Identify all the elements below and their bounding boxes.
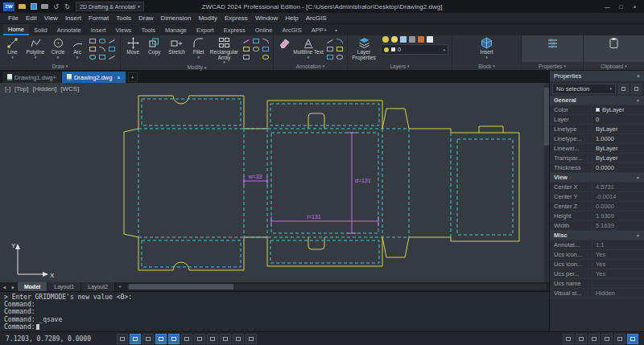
viewport-menu-control[interactable]: [-] xyxy=(5,85,10,92)
properties-palette-header[interactable]: Properties × xyxy=(550,71,644,81)
quick-select-button[interactable] xyxy=(618,84,629,94)
polyline-button[interactable]: Polyline ▾ xyxy=(23,36,47,60)
property-row-ucs-per-viewport[interactable]: Ucs per... Yes xyxy=(550,269,644,279)
undo-button[interactable]: ↺ xyxy=(52,2,60,11)
property-row-annotation-scale[interactable]: Annotat... 1:1 xyxy=(550,240,644,250)
tab-export[interactable]: Export xyxy=(192,24,219,35)
print-button[interactable] xyxy=(40,2,49,11)
section-misc[interactable]: Misc▼ xyxy=(550,231,644,240)
tab-views[interactable]: Views xyxy=(111,24,137,35)
new-tab-button[interactable]: + xyxy=(128,72,138,82)
horizontal-scrollbar-thumb[interactable] xyxy=(129,284,233,290)
lineweight-toggle[interactable] xyxy=(220,334,231,344)
dynamic-ucs-toggle[interactable] xyxy=(194,334,205,344)
eraser-button[interactable] xyxy=(275,36,293,49)
ray-tool-icon[interactable] xyxy=(108,54,116,60)
tab-drawing2[interactable]: Drawing2.dwg × xyxy=(62,72,126,83)
select-objects-button[interactable] xyxy=(631,84,642,94)
xline-tool-icon[interactable] xyxy=(108,38,116,44)
ribbon-minimize-icon[interactable]: ▾ xyxy=(335,24,337,35)
zwcad-logo[interactable]: ZW xyxy=(3,2,14,11)
properties-tool-button[interactable] xyxy=(540,36,564,49)
multiline-text-button[interactable]: Multiline Text ▾ xyxy=(293,36,324,60)
offset-tool-icon[interactable] xyxy=(242,46,250,52)
osnap-toggle[interactable] xyxy=(168,334,180,344)
tab-insert[interactable]: Insert xyxy=(86,24,111,35)
autoscale-toggle[interactable] xyxy=(588,334,600,344)
draw-panel-label[interactable]: Draw▾ xyxy=(0,62,120,70)
annotation-scale-button[interactable] xyxy=(563,334,574,344)
trim-tool-icon[interactable] xyxy=(262,38,270,44)
command-input-line[interactable]: Command: xyxy=(4,323,35,331)
save-button[interactable] xyxy=(29,2,38,11)
ortho-toggle[interactable] xyxy=(142,334,154,344)
region-tool-icon[interactable] xyxy=(108,46,116,52)
layer-lock-icon[interactable] xyxy=(409,36,415,43)
workspace-switch-button[interactable] xyxy=(601,334,613,344)
dynamic-input-toggle[interactable] xyxy=(207,334,218,344)
menu-help[interactable]: Help xyxy=(282,14,301,22)
tab-express[interactable]: Express xyxy=(219,24,250,35)
layer-freeze-icon[interactable] xyxy=(400,36,407,43)
center-mark-tool-icon[interactable] xyxy=(336,54,344,60)
leader-tool-icon[interactable] xyxy=(336,38,344,44)
menu-insert[interactable]: Insert xyxy=(62,14,85,22)
property-row-width[interactable]: Width 5.1639 xyxy=(550,221,644,231)
layer-isolate-icon[interactable] xyxy=(418,36,424,43)
add-layout-button[interactable]: + xyxy=(115,282,125,291)
selection-cycling-toggle[interactable] xyxy=(246,334,257,344)
property-row-linetype[interactable]: Linetype ByLayer xyxy=(550,125,644,134)
tab-manage[interactable]: Manage xyxy=(160,24,192,35)
tab-drawing1[interactable]: Drawing1.dwg+ xyxy=(2,72,61,83)
property-row-transparency[interactable]: Transpar... ByLayer xyxy=(550,154,644,163)
property-row-lineweight[interactable]: Linewei... ByLayer xyxy=(550,144,644,154)
menu-dimension[interactable]: Dimension xyxy=(158,14,195,22)
tab-tools[interactable]: Tools xyxy=(136,24,160,35)
workspace-selector[interactable]: 2D Drafting & Annotati ▾ xyxy=(76,2,144,11)
move-button[interactable]: Move xyxy=(122,36,143,55)
menu-draw[interactable]: Draw xyxy=(135,14,157,22)
selection-dropdown[interactable]: No selection ▾ xyxy=(552,84,616,94)
copy-button[interactable]: Copy xyxy=(143,36,164,55)
viewport-ucs-control[interactable]: [WCS] xyxy=(60,85,79,92)
tab-app-plus[interactable]: APP+ xyxy=(307,24,332,35)
line-button[interactable]: Line ▾ xyxy=(2,36,23,60)
menu-view[interactable]: View xyxy=(41,14,61,22)
annotation-visibility-toggle[interactable] xyxy=(576,334,587,344)
linear-dimension-tool-icon[interactable] xyxy=(326,38,334,44)
property-row-color[interactable]: Color ByLayer xyxy=(550,105,644,115)
tab-layout1[interactable]: Layout1 xyxy=(47,282,81,291)
donut-tool-icon[interactable] xyxy=(89,54,97,60)
drawing-canvas[interactable]: w=33 d=131 l=131 Y X [-] [Top] xyxy=(0,83,549,282)
close-icon[interactable]: × xyxy=(637,73,640,79)
maximize-button[interactable]: □ xyxy=(615,2,627,11)
mirror-tool-icon[interactable] xyxy=(262,46,270,52)
section-general[interactable]: General▼ xyxy=(550,96,644,105)
layer-thaw-icon[interactable] xyxy=(391,36,398,43)
table-tool-icon[interactable] xyxy=(326,46,334,52)
rectangular-array-button[interactable]: Rectangular Array ▾ xyxy=(208,36,240,64)
transparency-toggle[interactable] xyxy=(233,334,244,344)
menu-tools[interactable]: Tools xyxy=(113,14,134,22)
rectangle-tool-icon[interactable] xyxy=(89,38,97,44)
arc-button[interactable]: Arc ▾ xyxy=(68,36,86,60)
menu-window[interactable]: Window xyxy=(252,14,281,22)
menu-modify[interactable]: Modify xyxy=(195,14,221,22)
layout-scroll-right-icon[interactable]: ▶ xyxy=(9,282,18,291)
property-row-thickness[interactable]: Thickness 0.0000 xyxy=(550,163,644,173)
property-row-center-z[interactable]: Center Z 0.0000 xyxy=(550,202,644,212)
layer-on-icon[interactable] xyxy=(382,36,389,43)
layout-scroll-left-icon[interactable]: ◀ xyxy=(0,282,9,291)
property-row-center-x[interactable]: Center X 4.5731 xyxy=(550,183,644,192)
property-row-linetype-scale[interactable]: Linetype... 1.0000 xyxy=(550,134,644,144)
stretch-button[interactable]: Stretch xyxy=(165,36,188,55)
tab-model[interactable]: Model xyxy=(18,282,47,291)
isolate-objects-button[interactable] xyxy=(614,334,625,344)
redo-button[interactable]: ↻ xyxy=(63,2,72,11)
property-row-ucs-icon-origin[interactable]: Ucs icon... Yes xyxy=(550,260,644,269)
property-row-layer[interactable]: Layer 0 xyxy=(550,115,644,125)
layer-properties-button[interactable]: Layer Properties xyxy=(349,36,378,60)
insert-button[interactable]: Insert ▾ xyxy=(475,36,499,60)
vertical-scrollbar[interactable] xyxy=(544,83,549,282)
properties-panel-label[interactable]: Properties▾ xyxy=(522,62,583,70)
